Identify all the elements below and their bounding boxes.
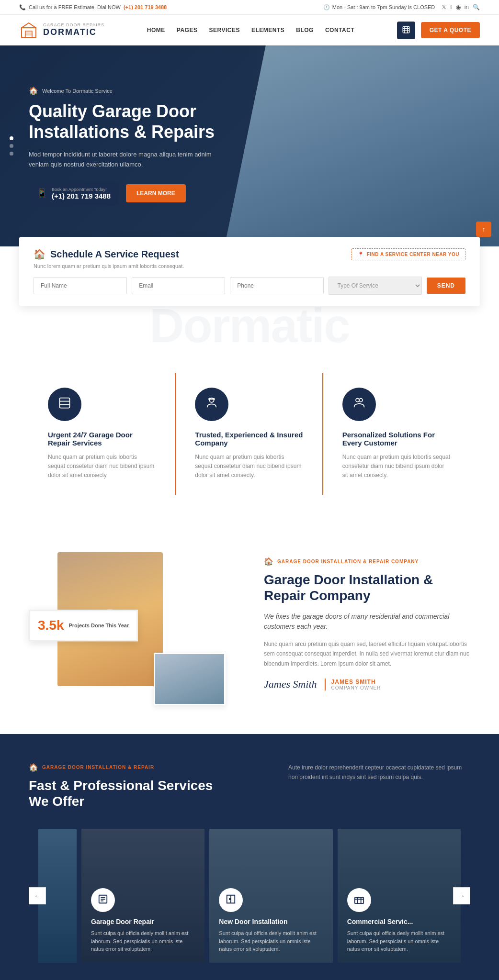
search-icon[interactable]: 🔍 xyxy=(473,4,480,11)
top-bar-left: 📞 Call us for a FREE Estimate. Dial NOW … xyxy=(19,4,167,11)
hero-title: Quality Garage Door Installations & Repa… xyxy=(29,101,239,142)
feature-item-2: Trusted, Experienced & Insured Company N… xyxy=(176,373,323,495)
top-bar-call-text: Call us for a FREE Estimate. Dial NOW xyxy=(29,4,121,10)
logo: GARAGE DOOR REPAIRS DORMATIC xyxy=(19,21,104,40)
feature-icon-bg-2 xyxy=(195,388,228,421)
twitter-icon[interactable]: 𝕏 xyxy=(442,4,446,11)
services-dark-desc: Aute irure dolor reprehenderit cepteur o… xyxy=(288,763,470,782)
service-form-inputs: Type Of Service SEND xyxy=(34,277,465,295)
about-subtitle: We fixes the garage doors of many reside… xyxy=(264,612,470,632)
nav-blog[interactable]: BLOG xyxy=(296,27,314,33)
top-bar: 📞 Call us for a FREE Estimate. Dial NOW … xyxy=(0,0,499,15)
top-bar-right: 🕐 Mon - Sat : 9am to 7pm Sunday is CLOSE… xyxy=(323,4,480,11)
features-grid: Urgent 24/7 Garage Door Repair Services … xyxy=(29,373,470,495)
about-secondary-image xyxy=(154,653,226,705)
hero-welcome-text: Welcome To Dormatic Service xyxy=(42,88,113,94)
watermark-section: Dormatic xyxy=(0,306,499,345)
feature-title-3: Personalized Solutions For Every Custome… xyxy=(342,431,451,447)
about-tag: 🏠 GARAGE DOOR INSTALLATION & REPAIR COMP… xyxy=(264,557,470,566)
card-title-3: Commercial Servic... xyxy=(347,918,451,925)
find-center-button[interactable]: 📍 FIND A SERVICE CENTER NEAR YOU xyxy=(352,248,465,260)
feature-desc-1: Nunc quam ar pretium quis lobortis sequa… xyxy=(48,453,156,480)
clock-icon: 🕐 xyxy=(323,4,330,11)
card-content-3: Commercial Servic... Sunt culpa qui offi… xyxy=(338,879,461,963)
svg-point-13 xyxy=(356,399,359,402)
card-icon-2 xyxy=(219,888,243,912)
service-type-select[interactable]: Type Of Service xyxy=(329,277,422,295)
nav-pages[interactable]: PAGES xyxy=(177,27,198,33)
phone-mobile-icon: 📱 xyxy=(36,188,47,199)
services-tag-icon: 🏠 xyxy=(29,763,38,772)
service-card-1[interactable]: Garage Door Repair Sunt culpa qui offici… xyxy=(81,829,204,963)
feature-item-1: Urgent 24/7 Garage Door Repair Services … xyxy=(29,373,176,495)
cart-button[interactable] xyxy=(397,22,415,39)
card-icon-3 xyxy=(347,888,371,912)
about-content: 🏠 GARAGE DOOR INSTALLATION & REPAIR COMP… xyxy=(264,557,470,700)
svg-rect-21 xyxy=(354,897,363,903)
services-dark-title: Fast & Professional Services We Offer xyxy=(29,778,220,810)
nav-services[interactable]: SERVICES xyxy=(209,27,239,33)
signature-info: JAMES SMITH COMPANY OWNER xyxy=(325,679,381,690)
about-desc: Nunc quam arcu pretium quis quam sed, la… xyxy=(264,639,470,668)
about-images: 3.5k Projects Done This Year xyxy=(29,552,235,705)
nav-elements[interactable]: ELEMENTS xyxy=(251,27,284,33)
facebook-icon[interactable]: f xyxy=(450,4,452,11)
service-form-subtitle: Nunc lorem quam ar pretium quis ipsum am… xyxy=(34,263,465,269)
services-dark-left: 🏠 GARAGE DOOR INSTALLATION & REPAIR Fast… xyxy=(29,763,220,810)
nav-home[interactable]: HOME xyxy=(147,27,165,33)
commercial-icon xyxy=(354,894,364,907)
full-name-input[interactable] xyxy=(34,277,127,294)
schedule-text: Mon - Sat : 9am to 7pm Sunday is CLOSED xyxy=(332,4,435,10)
header: GARAGE DOOR REPAIRS DORMATIC HOME PAGES … xyxy=(0,15,499,45)
service-card-2[interactable]: New Door Installation Sunt culpa qui off… xyxy=(209,829,332,963)
feature-icon-bg-3 xyxy=(342,388,376,421)
about-signature: James Smith JAMES SMITH COMPANY OWNER xyxy=(264,678,470,690)
svg-rect-1 xyxy=(25,31,32,37)
nav-contact[interactable]: CONTACT xyxy=(325,27,354,33)
feature-item-3: Personalized Solutions For Every Custome… xyxy=(323,373,470,495)
feature-desc-2: Nunc quam ar pretium quis lobortis sequa… xyxy=(195,453,303,480)
feature-icon-bg-1 xyxy=(48,388,81,421)
signature-handwriting: James Smith xyxy=(264,678,317,690)
card-content-1: Garage Door Repair Sunt culpa qui offici… xyxy=(81,879,204,963)
linkedin-icon[interactable]: in xyxy=(465,4,469,11)
about-tag-text: GARAGE DOOR INSTALLATION & REPAIR COMPAN… xyxy=(277,559,419,564)
signature-name: JAMES SMITH xyxy=(331,679,381,685)
location-icon: 📍 xyxy=(358,252,364,257)
feature-desc-3: Nunc quam ar pretium quis lobortis sequa… xyxy=(342,453,451,480)
phone-input[interactable] xyxy=(230,277,323,294)
about-projects-badge: 3.5k Projects Done This Year xyxy=(29,610,138,641)
projects-label: Projects Done This Year xyxy=(69,623,129,628)
learn-more-button[interactable]: LEARN MORE xyxy=(126,184,186,202)
hero-welcome: 🏠 Welcome To Dormatic Service xyxy=(29,86,239,95)
service-card-3[interactable]: Commercial Servic... Sunt culpa qui offi… xyxy=(338,829,461,963)
svg-rect-9 xyxy=(60,398,70,408)
services-next-button[interactable]: → xyxy=(453,887,470,904)
main-nav: HOME PAGES SERVICES ELEMENTS BLOG CONTAC… xyxy=(147,27,354,33)
hero-phone-number[interactable]: (+1) 201 719 3488 xyxy=(52,192,111,200)
header-actions: GET A QUOTE xyxy=(397,22,480,39)
scroll-up-button[interactable]: ↑ xyxy=(476,222,491,237)
service-form-heading: Schedule A Service Request xyxy=(50,249,179,260)
garage-repair-icon xyxy=(58,396,71,412)
hero-desc: Mod tempor incididunt ut laboret dolore … xyxy=(29,150,230,170)
services-prev-button[interactable]: ← xyxy=(29,887,46,904)
about-tag-icon: 🏠 xyxy=(264,557,273,566)
instagram-icon[interactable]: ◉ xyxy=(456,4,461,11)
phone-icon: 📞 xyxy=(19,4,26,11)
send-button[interactable]: SEND xyxy=(427,278,465,294)
hero-book-label: Book an Appointment Today! xyxy=(52,187,111,192)
email-input[interactable] xyxy=(132,277,225,294)
logo-text: GARAGE DOOR REPAIRS DORMATIC xyxy=(43,23,104,37)
hero-phone-info: Book an Appointment Today! (+1) 201 719 … xyxy=(52,187,111,200)
card-desc-3: Sunt culpa qui officia desiy mollit anim… xyxy=(347,929,451,953)
svg-rect-0 xyxy=(22,28,36,37)
schedule-info: 🕐 Mon - Sat : 9am to 7pm Sunday is CLOSE… xyxy=(323,4,435,11)
get-quote-button[interactable]: GET A QUOTE xyxy=(421,22,480,38)
card-desc-1: Sunt culpa qui officia desiy mollit anim… xyxy=(91,929,195,953)
logo-big: DORMATIC xyxy=(43,28,104,37)
hero-section: 🏠 Welcome To Dormatic Service Quality Ga… xyxy=(0,45,499,246)
top-bar-phone[interactable]: (+1) 201 719 3488 xyxy=(124,4,167,10)
card-title-1: Garage Door Repair xyxy=(91,918,195,925)
worker-icon xyxy=(205,396,218,412)
